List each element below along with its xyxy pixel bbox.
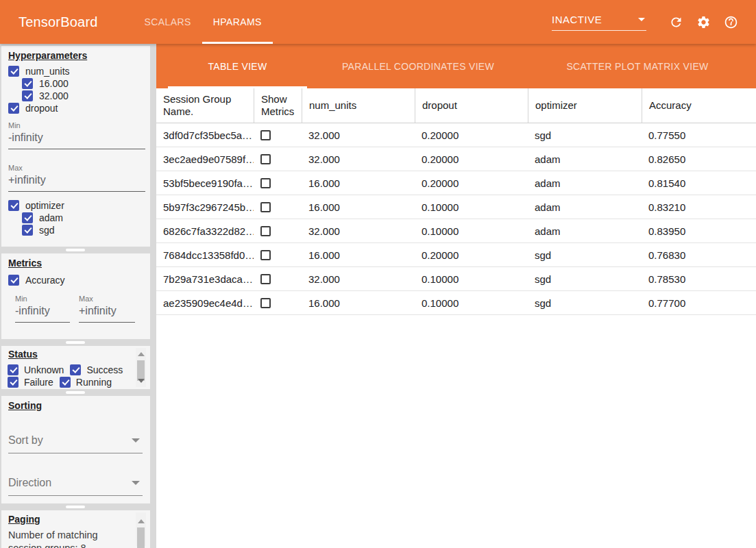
accuracy-cell: 0.81540 — [642, 177, 756, 189]
metric-min-label: Min — [15, 295, 27, 303]
scroll-down-icon[interactable] — [138, 379, 145, 383]
optimizer-checkbox[interactable] — [8, 200, 19, 211]
runs-dropdown[interactable]: INACTIVE — [552, 14, 646, 31]
status-unknown-checkbox[interactable] — [8, 364, 19, 375]
tab-table-view[interactable]: TABLE VIEW — [168, 44, 307, 88]
show-metrics-checkbox[interactable] — [260, 298, 271, 308]
sorting-panel: Sorting Sort by Direction — [1, 396, 150, 503]
table-row: ae235909ec4e4d…16.0000.10000sgd0.77700 — [156, 291, 756, 315]
dropout-checkbox[interactable] — [8, 103, 19, 114]
main-content: TABLE VIEW PARALLEL COORDINATES VIEW SCA… — [156, 44, 756, 548]
tab-parallel-coordinates-view[interactable]: PARALLEL COORDINATES VIEW — [307, 44, 529, 88]
metric-max-input[interactable]: +infinity — [79, 305, 135, 323]
table-row: 7b29a731e3daca…32.0000.10000sgd0.78530 — [156, 267, 756, 291]
paging-panel: Paging Number of matching session groups… — [1, 510, 150, 548]
table-header: Session Group Name. Show Metrics num_uni… — [156, 88, 756, 123]
resize-handle[interactable] — [66, 391, 85, 394]
scrollbar-thumb[interactable] — [137, 527, 145, 548]
tab-scalars[interactable]: SCALARS — [134, 0, 202, 44]
status-scrollbar[interactable] — [136, 348, 146, 387]
tab-hparams-label: HPARAMS — [213, 16, 262, 27]
show-metrics-cell — [254, 178, 302, 188]
num-units-32-label: 32.000 — [39, 90, 69, 101]
tab-hparams[interactable]: HPARAMS — [202, 0, 273, 44]
tab-scatter-plot-matrix-view[interactable]: SCATTER PLOT MATRIX VIEW — [529, 44, 746, 88]
metric-min-input[interactable]: -infinity — [15, 305, 70, 323]
optimizer-adam-checkbox[interactable] — [22, 212, 33, 223]
accuracy-label: Accuracy — [25, 275, 65, 286]
chevron-down-icon — [638, 18, 645, 21]
session-group-name-cell: 7684dcc13358fd0… — [156, 249, 254, 261]
status-success: Success — [70, 364, 123, 375]
status-success-label: Success — [86, 364, 123, 375]
direction-select[interactable]: Direction — [8, 477, 143, 496]
status-running: Running — [60, 377, 112, 388]
show-metrics-checkbox[interactable] — [260, 202, 271, 212]
metric-max-label: Max — [79, 295, 93, 303]
show-metrics-checkbox[interactable] — [260, 130, 271, 140]
status-row-2: Failure Running — [8, 377, 118, 388]
dropout-max-input[interactable]: +infinity — [8, 174, 145, 192]
session-group-name-cell: ae235909ec4e4d… — [156, 297, 254, 309]
panel-divider — [0, 339, 156, 346]
show-metrics-cell — [254, 202, 302, 212]
num-units-32-checkbox[interactable] — [22, 90, 33, 101]
session-group-name-cell: 6826c7fa3322d82… — [156, 225, 254, 237]
hparam-row-32: 32.000 — [22, 90, 69, 101]
dropout-max-label: Max — [8, 164, 23, 172]
col-num-units: num_units — [302, 88, 415, 123]
dropout-min-input[interactable]: -infinity — [8, 132, 145, 149]
refresh-button[interactable] — [669, 15, 683, 29]
status-failure-checkbox[interactable] — [8, 377, 19, 388]
accuracy-checkbox[interactable] — [8, 275, 19, 286]
resize-handle[interactable] — [66, 341, 85, 344]
num-units-cell: 16.000 — [302, 297, 415, 309]
optimizer-cell: adam — [528, 225, 642, 237]
resize-handle[interactable] — [66, 249, 85, 251]
table-row: 7684dcc13358fd0…16.0000.20000sgd0.76830 — [156, 243, 756, 267]
status-running-checkbox[interactable] — [60, 377, 71, 388]
paging-scrollbar[interactable] — [136, 512, 146, 546]
hparam-row-optimizer: optimizer — [8, 199, 64, 211]
panel-divider — [0, 247, 156, 253]
dropout-cell: 0.10000 — [415, 297, 528, 309]
col-dropout: dropout — [415, 88, 528, 123]
show-metrics-checkbox[interactable] — [260, 154, 271, 164]
optimizer-cell: sgd — [528, 297, 642, 309]
show-metrics-checkbox[interactable] — [260, 250, 271, 260]
show-metrics-checkbox[interactable] — [260, 226, 271, 236]
num-units-cell: 32.000 — [302, 225, 415, 237]
scrollbar-thumb[interactable] — [137, 360, 145, 381]
settings-button[interactable] — [696, 15, 711, 29]
scroll-up-icon[interactable] — [138, 352, 145, 356]
sort-by-value: Sort by — [8, 434, 43, 447]
num-units-checkbox[interactable] — [8, 66, 19, 77]
optimizer-sgd-checkbox[interactable] — [22, 225, 33, 236]
show-metrics-cell — [254, 250, 302, 260]
show-metrics-checkbox[interactable] — [260, 178, 271, 188]
hyperparameters-panel: Hyperparameters num_units 16.000 32.000 … — [1, 46, 150, 247]
table-row: 3df0d7cf35bec5a…32.0000.20000sgd0.77550 — [156, 123, 756, 147]
num-units-cell: 32.000 — [302, 273, 415, 285]
optimizer-sgd-label: sgd — [39, 225, 55, 236]
status-panel: Status Unknown Success Failure R — [1, 346, 150, 389]
resize-handle[interactable] — [66, 506, 85, 508]
show-metrics-cell — [254, 154, 302, 164]
num-units-label: num_units — [25, 66, 70, 77]
tab-scatter-plot-matrix-label: SCATTER PLOT MATRIX VIEW — [566, 61, 708, 72]
num-units-16-checkbox[interactable] — [22, 78, 33, 89]
help-button[interactable] — [724, 15, 738, 29]
accuracy-cell: 0.83210 — [642, 201, 756, 213]
accuracy-cell: 0.82650 — [642, 153, 756, 165]
status-row-1: Unknown Success — [8, 364, 129, 375]
num-units-cell: 16.000 — [302, 249, 415, 261]
sort-by-select[interactable]: Sort by — [8, 434, 143, 453]
status-heading: Status — [8, 349, 38, 360]
col-session-group-name: Session Group Name. — [156, 88, 254, 123]
session-group-name-cell: 3df0d7cf35bec5a… — [156, 129, 254, 141]
scroll-up-icon[interactable] — [138, 519, 145, 523]
chevron-down-icon — [132, 438, 140, 443]
status-success-checkbox[interactable] — [70, 364, 81, 375]
hparam-row-adam: adam — [22, 212, 63, 223]
show-metrics-checkbox[interactable] — [260, 274, 271, 284]
